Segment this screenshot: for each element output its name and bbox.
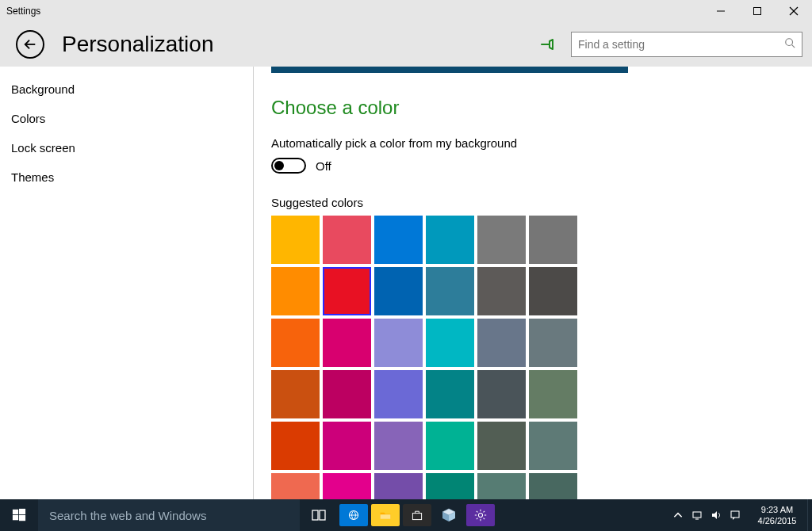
- color-swatch[interactable]: [477, 370, 526, 418]
- color-swatch[interactable]: [426, 422, 474, 470]
- sidebar-item-themes[interactable]: Themes: [0, 162, 253, 192]
- auto-pick-label: Automatically pick a color from my backg…: [271, 136, 795, 150]
- cube-icon: [440, 506, 458, 524]
- color-swatch[interactable]: [477, 267, 526, 315]
- tray-show-hidden[interactable]: [669, 510, 687, 521]
- color-swatch[interactable]: [477, 216, 526, 264]
- svg-line-27: [484, 511, 485, 513]
- color-swatch[interactable]: [477, 422, 526, 470]
- window-caption: Settings: [6, 6, 40, 17]
- color-swatch[interactable]: [271, 473, 320, 499]
- close-button[interactable]: [776, 0, 812, 22]
- svg-marker-31: [712, 511, 717, 519]
- tray-network[interactable]: [688, 510, 706, 521]
- sidebar-item-background[interactable]: Background: [0, 74, 253, 104]
- pin-button[interactable]: [539, 36, 555, 52]
- svg-rect-11: [312, 510, 318, 520]
- color-swatch-grid: [271, 216, 577, 499]
- taskbar-app-edge[interactable]: [339, 504, 368, 526]
- sidebar-item-label: Background: [11, 82, 75, 96]
- taskbar-app-store[interactable]: [403, 504, 431, 526]
- tray-notifications[interactable]: [726, 510, 744, 521]
- svg-rect-10: [19, 515, 25, 521]
- color-swatch[interactable]: [477, 473, 526, 499]
- svg-line-6: [792, 45, 795, 48]
- preview-strip: [271, 67, 628, 73]
- suggested-colors-label: Suggested colors: [271, 196, 795, 209]
- task-view-button[interactable]: [300, 499, 338, 531]
- color-swatch[interactable]: [271, 319, 320, 367]
- color-swatch[interactable]: [426, 319, 474, 367]
- color-swatch[interactable]: [271, 216, 320, 264]
- network-icon: [691, 510, 703, 521]
- color-swatch[interactable]: [323, 216, 371, 264]
- sidebar-item-colors[interactable]: Colors: [0, 104, 253, 133]
- color-swatch[interactable]: [323, 422, 371, 470]
- window-controls: [703, 0, 812, 22]
- color-swatch[interactable]: [271, 267, 320, 315]
- color-swatch[interactable]: [529, 422, 577, 470]
- color-swatch[interactable]: [271, 422, 320, 470]
- color-swatch[interactable]: [374, 267, 423, 315]
- svg-rect-32: [731, 511, 739, 518]
- color-swatch[interactable]: [426, 216, 474, 264]
- color-swatch[interactable]: [374, 370, 423, 418]
- color-swatch[interactable]: [323, 319, 371, 367]
- clock-date: 4/26/2015: [758, 515, 797, 526]
- color-swatch[interactable]: [323, 370, 371, 418]
- color-swatch[interactable]: [271, 370, 320, 418]
- taskbar-apps: [300, 499, 496, 531]
- color-swatch[interactable]: [426, 370, 474, 418]
- settings-header: Personalization: [0, 22, 812, 67]
- store-icon: [411, 509, 423, 521]
- settings-body: Background Colors Lock screen Themes Cho…: [0, 67, 812, 499]
- show-desktop-button[interactable]: [807, 499, 812, 531]
- sidebar-item-label: Themes: [11, 170, 54, 184]
- minimize-button[interactable]: [703, 0, 739, 22]
- color-swatch[interactable]: [426, 473, 474, 499]
- svg-point-5: [786, 39, 793, 46]
- color-swatch[interactable]: [529, 216, 577, 264]
- color-swatch[interactable]: [374, 319, 423, 367]
- toggle-state-label: Off: [316, 159, 331, 173]
- start-button[interactable]: [0, 499, 38, 531]
- color-swatch[interactable]: [374, 216, 423, 264]
- search-box[interactable]: [571, 32, 802, 57]
- taskbar-app-settings[interactable]: [466, 504, 495, 526]
- color-swatch[interactable]: [374, 473, 423, 499]
- toggle-knob: [274, 161, 284, 170]
- search-icon: [784, 37, 795, 52]
- system-tray: [669, 499, 747, 531]
- color-swatch[interactable]: [323, 473, 371, 499]
- sidebar-item-label: Lock screen: [11, 141, 75, 155]
- pin-icon: [539, 36, 555, 52]
- svg-rect-29: [693, 512, 701, 518]
- color-swatch[interactable]: [374, 422, 423, 470]
- auto-pick-toggle[interactable]: [271, 158, 306, 174]
- taskbar-clock[interactable]: 9:23 AM 4/26/2015: [747, 499, 807, 531]
- notification-icon: [730, 510, 741, 521]
- taskbar: Search the web and Windows 9:23 AM 4/26/…: [0, 499, 812, 531]
- color-swatch[interactable]: [426, 267, 474, 315]
- maximize-button[interactable]: [739, 0, 776, 22]
- svg-rect-1: [754, 8, 761, 15]
- page-title: Personalization: [62, 32, 213, 57]
- search-input[interactable]: [578, 38, 784, 51]
- taskbar-app-explorer[interactable]: [371, 504, 400, 526]
- back-button[interactable]: [16, 30, 44, 59]
- sidebar-item-lock-screen[interactable]: Lock screen: [0, 133, 253, 162]
- globe-icon: [347, 509, 360, 521]
- color-swatch[interactable]: [529, 319, 577, 367]
- taskbar-app-virtualbox[interactable]: [435, 504, 463, 526]
- sidebar-item-label: Colors: [11, 112, 45, 125]
- svg-rect-8: [19, 509, 25, 514]
- color-swatch[interactable]: [529, 473, 577, 499]
- tray-volume[interactable]: [707, 510, 725, 521]
- taskbar-search[interactable]: Search the web and Windows: [38, 499, 300, 531]
- svg-line-26: [484, 518, 485, 520]
- svg-rect-16: [412, 514, 421, 520]
- color-swatch[interactable]: [477, 319, 526, 367]
- color-swatch[interactable]: [529, 370, 577, 418]
- color-swatch[interactable]: [529, 267, 577, 315]
- color-swatch[interactable]: [323, 267, 371, 315]
